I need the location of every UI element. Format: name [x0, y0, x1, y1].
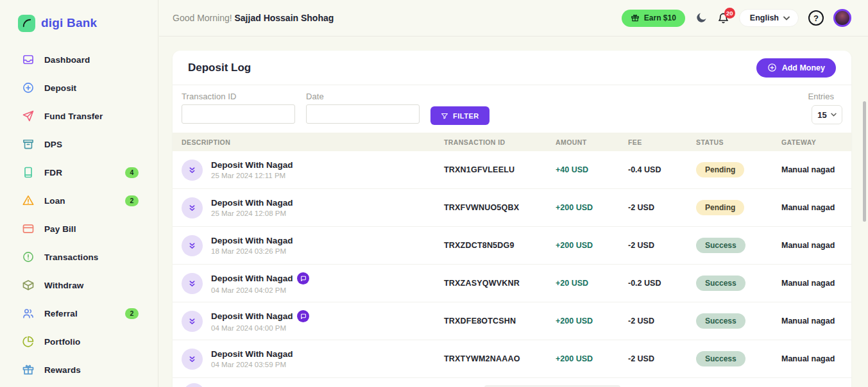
row-date: 04 Mar 2024 04:02 PM	[211, 286, 309, 294]
chevron-down-icon	[831, 113, 837, 117]
pie-chart-icon	[22, 335, 35, 348]
description-cell: Deposit With Nagad 18 Mar 2024 03:26 PM	[182, 235, 444, 256]
language-selector[interactable]: English	[739, 9, 799, 27]
top-header: Good Morning! Sajjad Hossain Shohag Earn…	[159, 0, 868, 37]
sidebar-item-loan[interactable]: Loan 2	[0, 191, 158, 210]
brand-logo[interactable]: digi Bank	[0, 0, 158, 36]
row-transaction-id: TRXN1GFVLEELU	[444, 165, 556, 174]
row-transaction-id: TRXZASYQWVKNR	[444, 279, 556, 288]
filter-button[interactable]: FILTER	[430, 106, 489, 125]
row-title: Deposit With Nagad	[211, 198, 293, 208]
date-field-group: Date	[306, 92, 420, 124]
status-badge: Success	[696, 276, 745, 291]
deposit-log-card: Deposit Log Add Money Transaction ID Dat…	[173, 51, 851, 387]
deposit-chevrons-icon	[182, 311, 203, 332]
greeting: Good Morning! Sajjad Hossain Shohag	[173, 13, 334, 23]
sidebar-item-label: Pay Bill	[44, 224, 76, 234]
sidebar-item-portfolio[interactable]: Portfolio	[0, 332, 158, 351]
sidebar-item-withdraw[interactable]: Withdraw	[0, 276, 158, 295]
row-fee: -2 USD	[628, 241, 696, 250]
earn-button[interactable]: Earn $10	[622, 10, 685, 27]
main-content: Deposit Log Add Money Transaction ID Dat…	[159, 37, 868, 387]
sidebar-item-fdr[interactable]: FDR 4	[0, 163, 158, 182]
transaction-id-input[interactable]	[182, 104, 295, 124]
row-amount: +20 USD	[556, 279, 628, 288]
archive-icon	[22, 138, 35, 151]
sidebar-item-referral[interactable]: Referral 2	[0, 304, 158, 323]
dark-mode-toggle[interactable]	[695, 12, 708, 24]
gift-icon	[631, 13, 640, 22]
add-money-button[interactable]: Add Money	[756, 58, 836, 78]
table-row[interactable]: Deposit With Nagad 25 Mar 2024 12:11 PM …	[173, 151, 851, 189]
sidebar-item-dashboard[interactable]: Dashboard	[0, 50, 158, 69]
help-button[interactable]: ?	[808, 10, 824, 26]
row-title: Deposit With Nagad	[211, 236, 293, 245]
plus-circle-icon	[767, 63, 777, 72]
alert-circle-icon	[22, 251, 35, 263]
notification-count-badge: 20	[724, 8, 735, 19]
row-amount: +200 USD	[556, 317, 628, 325]
funnel-icon	[441, 112, 448, 120]
send-icon	[22, 110, 35, 122]
row-title: Deposit With Nagad	[211, 272, 309, 284]
row-title: Deposit With Nagad	[211, 310, 309, 322]
table-row[interactable]: Deposit With Nagad 04 Mar 2024 04:00 PM …	[173, 302, 851, 340]
sidebar-item-deposit[interactable]: Deposit	[0, 78, 158, 97]
page-title: Deposit Log	[188, 62, 251, 74]
credit-card-icon	[22, 222, 35, 235]
row-transaction-id: TRXZDCT8N5DG9	[444, 241, 556, 250]
sidebar-item-label: Loan	[44, 196, 65, 206]
deposit-chevrons-icon	[182, 160, 203, 181]
sidebar-item-pay-bill[interactable]: Pay Bill	[0, 219, 158, 238]
date-input[interactable]	[306, 104, 420, 124]
header-actions: Earn $10 20 English ?	[622, 9, 851, 27]
sidebar: digi Bank Dashboard Deposit Fund Transfe…	[0, 0, 158, 387]
chat-icon[interactable]	[297, 272, 309, 284]
row-date: 04 Mar 2024 04:00 PM	[211, 324, 309, 332]
deposit-chevrons-icon	[183, 383, 205, 387]
sidebar-item-transactions[interactable]: Transactions	[0, 247, 158, 267]
moon-icon	[695, 12, 708, 24]
username: Sajjad Hossain Shohag	[235, 13, 334, 23]
col-transaction-id: TRANSACTION ID	[444, 138, 556, 146]
transaction-id-label: Transaction ID	[182, 92, 295, 101]
table-row[interactable]: Deposit With Nagad 04 Mar 2024 03:59 PM …	[173, 340, 851, 378]
description-cell: Deposit With Nagad 04 Mar 2024 03:59 PM	[182, 349, 444, 370]
deposit-chevrons-icon	[182, 349, 203, 370]
chevron-down-icon	[783, 16, 790, 21]
brand-logo-icon	[18, 15, 35, 32]
sidebar-item-label: Transactions	[44, 252, 98, 262]
row-date: 25 Mar 2024 12:08 PM	[211, 210, 293, 217]
row-amount: +40 USD	[556, 165, 628, 174]
sidebar-item-rewards[interactable]: Rewards	[0, 360, 158, 379]
row-date: 25 Mar 2024 12:11 PM	[211, 172, 293, 179]
row-gateway: Manual nagad	[781, 165, 851, 174]
book-icon	[22, 166, 35, 179]
table-row[interactable]: Deposit With Nagad 25 Mar 2024 12:08 PM …	[173, 189, 851, 227]
col-fee: FEE	[628, 138, 696, 146]
entries-group: Entries 15	[808, 92, 844, 124]
row-gateway: Manual nagad	[781, 279, 851, 288]
table-row[interactable]: Deposit With Nagad 04 Mar 2024 04:02 PM …	[173, 265, 851, 302]
col-status: STATUS	[696, 138, 781, 146]
plus-circle-icon	[22, 81, 35, 94]
brand-name: digi Bank	[41, 16, 97, 30]
sidebar-item-fund-transfer[interactable]: Fund Transfer	[0, 106, 158, 126]
chat-icon[interactable]	[297, 310, 309, 322]
status-badge: Pending	[696, 200, 744, 215]
notifications-button[interactable]: 20	[717, 12, 729, 24]
scrollbar-thumb[interactable]	[863, 101, 866, 222]
sidebar-nav: Dashboard Deposit Fund Transfer DPS FDR …	[0, 36, 158, 379]
entries-select[interactable]: 15	[812, 105, 842, 124]
inbox-icon	[22, 53, 35, 66]
row-gateway: Manual nagad	[781, 241, 851, 250]
col-gateway: GATEWAY	[781, 138, 851, 146]
description-cell: Deposit With Nagad 25 Mar 2024 12:08 PM	[182, 197, 444, 218]
alert-triangle-icon	[22, 194, 35, 207]
sidebar-item-label: Withdraw	[44, 281, 83, 290]
row-gateway: Manual nagad	[781, 354, 851, 363]
filter-bar: Transaction ID Date FILTER Entries 15	[173, 85, 851, 133]
user-avatar[interactable]	[833, 9, 851, 27]
table-row[interactable]: Deposit With Nagad 18 Mar 2024 03:26 PM …	[173, 227, 851, 265]
sidebar-item-dps[interactable]: DPS	[0, 135, 158, 154]
